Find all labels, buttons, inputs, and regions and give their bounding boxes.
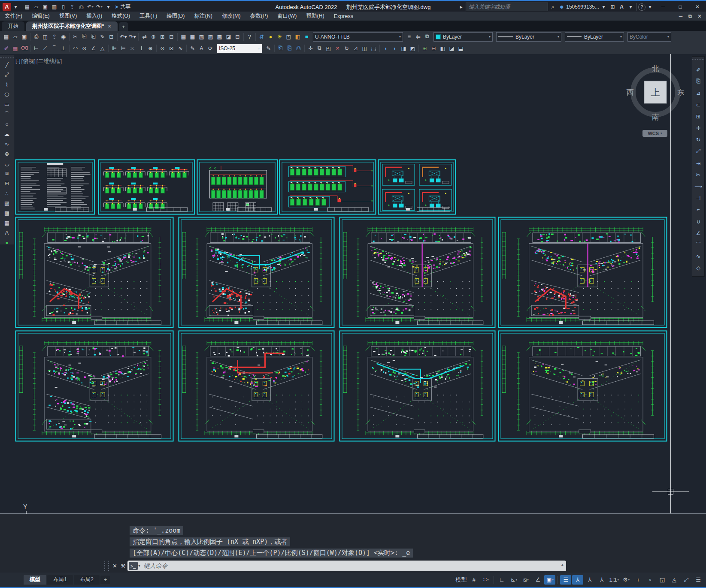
command-customize-icon[interactable]: ⚒ bbox=[121, 563, 126, 569]
open-file-icon[interactable]: ▱ bbox=[32, 3, 41, 11]
create-block-icon[interactable]: ⊞ bbox=[3, 179, 12, 188]
rectangle-icon[interactable]: ▭ bbox=[3, 100, 12, 109]
dim-inspect-icon[interactable]: ⊠ bbox=[167, 44, 176, 53]
color-dropdown[interactable]: ByLayer ▾ bbox=[433, 32, 493, 42]
dimstyle-dropdown[interactable]: ISO-25 ⌄ bbox=[217, 44, 262, 53]
match-properties-icon[interactable]: ✎ bbox=[98, 32, 107, 41]
dim-update-icon[interactable]: ⟳ bbox=[206, 44, 215, 53]
linetype-dropdown[interactable]: ByLayer ▾ bbox=[496, 32, 561, 42]
paste-clip-icon[interactable]: ⎗ bbox=[89, 32, 98, 41]
spline-icon[interactable]: ∿ bbox=[3, 139, 12, 148]
point-icon[interactable]: ∴ bbox=[3, 189, 12, 198]
copy-modify-icon[interactable]: ⧉ bbox=[315, 44, 324, 53]
user-caret-icon[interactable]: ▾ bbox=[599, 3, 608, 11]
copy-clip-icon[interactable]: ⎘ bbox=[80, 32, 89, 41]
offset-icon[interactable]: ⊂ bbox=[694, 100, 703, 109]
tab-close-icon[interactable]: ✕ bbox=[107, 24, 111, 29]
stretch-modify-icon[interactable]: ◰ bbox=[324, 44, 333, 53]
plot-icon[interactable]: ⎙ bbox=[77, 3, 86, 11]
zoom-realtime-icon[interactable]: ⊕ bbox=[149, 32, 158, 41]
maximize-button[interactable]: □ bbox=[672, 2, 689, 12]
end-isolate-icon[interactable]: ⬓ bbox=[456, 44, 465, 53]
pan-icon[interactable]: ⇄ bbox=[140, 32, 149, 41]
tab-layout1[interactable]: 布局1 bbox=[47, 575, 73, 585]
annotation-visibility-icon[interactable]: ⅄ bbox=[572, 575, 583, 585]
search-input[interactable]: 键入关键字或短语 bbox=[466, 3, 548, 11]
save-icon[interactable]: ▣ bbox=[41, 3, 50, 11]
dim-text-edit-icon[interactable]: A bbox=[197, 44, 206, 53]
open-file-icon[interactable]: ▱ bbox=[11, 32, 20, 41]
scale-icon[interactable]: ⤢ bbox=[694, 147, 703, 156]
tab-layout2[interactable]: 布局2 bbox=[74, 575, 100, 585]
cart-icon[interactable]: ⊞ bbox=[608, 3, 617, 11]
layer-swatch-icon[interactable]: ■ bbox=[302, 32, 311, 41]
new-file-icon[interactable]: ▤ bbox=[23, 3, 32, 11]
layer-lock-icon[interactable]: ◧ bbox=[293, 32, 302, 41]
annotation-monitor-icon[interactable]: ◬ bbox=[669, 575, 680, 585]
explode-icon[interactable]: ◨ bbox=[399, 44, 408, 53]
undo-icon[interactable]: ↶▾ bbox=[119, 32, 128, 41]
group-icon[interactable]: ⊞ bbox=[420, 44, 429, 53]
grid-display-icon[interactable]: # bbox=[468, 575, 479, 585]
toolbar-grip[interactable] bbox=[0, 57, 14, 58]
erase-icon[interactable]: ✐ bbox=[694, 65, 703, 74]
break-icon[interactable]: ⌐ bbox=[694, 205, 703, 214]
explode-icon[interactable]: ◇ bbox=[694, 263, 703, 272]
command-input[interactable]: >_ ▾ 键入命令 ▴ bbox=[127, 561, 566, 571]
designcenter-icon[interactable]: ▧ bbox=[197, 32, 206, 41]
menu-item-10[interactable]: 参数(P) bbox=[245, 12, 273, 21]
move-icon[interactable]: ✛ bbox=[694, 124, 703, 133]
center-mark-icon[interactable]: ⊙ bbox=[158, 44, 167, 53]
dim-ordinate-icon[interactable]: ⊥ bbox=[59, 44, 68, 53]
dim-baseline-icon[interactable]: ⊫ bbox=[110, 44, 119, 53]
polar-tracking-icon[interactable]: ⊾▾ bbox=[508, 575, 519, 585]
plotstyle-dropdown[interactable]: ByColor ▾ bbox=[627, 32, 671, 42]
snap-mode-icon[interactable]: ∷▾ bbox=[480, 575, 491, 585]
chamfer-icon[interactable]: ∠ bbox=[694, 229, 703, 238]
layer-off-icon[interactable]: ⎙ bbox=[294, 44, 303, 53]
trim-icon[interactable]: ✂ bbox=[694, 170, 703, 179]
menu-item-9[interactable]: 修改(M) bbox=[217, 12, 245, 21]
viewcube-west[interactable]: 西 bbox=[627, 88, 634, 96]
sheet-set-manager-icon[interactable]: ▩ bbox=[215, 32, 224, 41]
lineweight-dropdown[interactable]: ByLayer ▾ bbox=[565, 32, 624, 42]
share-button[interactable]: ➤ 共享 bbox=[115, 3, 130, 10]
layer-frames-icon[interactable]: ◳ bbox=[284, 32, 293, 41]
layer-walk-icon[interactable]: ⎗ bbox=[276, 44, 285, 53]
command-close-icon[interactable]: ✕ bbox=[112, 563, 117, 569]
new-tab-button[interactable]: + bbox=[119, 22, 128, 31]
properties-icon[interactable]: ▤ bbox=[179, 32, 188, 41]
status-menu-icon[interactable]: ☰ bbox=[693, 575, 704, 585]
hide-objects-icon[interactable]: ◪ bbox=[447, 44, 456, 53]
user-id[interactable]: 1505999135... bbox=[566, 4, 599, 10]
publish-icon[interactable]: ⇪ bbox=[50, 32, 59, 41]
command-history-toggle-icon[interactable]: ▴ bbox=[561, 562, 564, 567]
dim-jogged-icon[interactable]: △ bbox=[98, 44, 107, 53]
lineweight-display-icon[interactable]: ☰ bbox=[560, 575, 571, 585]
mirror-modify-icon[interactable]: ⊿ bbox=[351, 44, 360, 53]
dim-linear-icon[interactable]: ⊢ bbox=[32, 44, 41, 53]
annotation-scale-icon-icon[interactable]: ⅄ bbox=[596, 575, 607, 585]
tab-start[interactable]: 开始 bbox=[2, 21, 24, 31]
polygon-icon[interactable]: ⎔ bbox=[3, 90, 12, 99]
layer-previous-icon[interactable]: ⇇ bbox=[414, 32, 423, 41]
blend-curves-icon[interactable]: ∿ bbox=[694, 252, 703, 261]
dim-style-manager-icon[interactable]: ✎ bbox=[264, 44, 273, 53]
view-cube[interactable]: 北 西 东 南 上 bbox=[624, 61, 687, 139]
dim-diameter-icon[interactable]: ⊘ bbox=[80, 44, 89, 53]
menu-item-12[interactable]: 帮助(H) bbox=[301, 12, 329, 21]
search-icon[interactable]: ⌕ bbox=[548, 3, 557, 11]
menu-item-6[interactable]: 工具(T) bbox=[135, 12, 162, 21]
stretch-icon[interactable]: ⇥ bbox=[694, 159, 703, 168]
tool-palettes-icon[interactable]: ▨ bbox=[206, 32, 215, 41]
cut-clip-icon[interactable]: ✂ bbox=[71, 32, 80, 41]
erase-modify-icon[interactable]: ✕ bbox=[333, 44, 342, 53]
new-layout-button[interactable]: + bbox=[100, 576, 110, 584]
layer-make-current-icon[interactable]: ≡ bbox=[405, 32, 414, 41]
layer-sun-icon[interactable]: ☀ bbox=[275, 32, 284, 41]
ortho-mode-icon[interactable]: ∟ bbox=[496, 575, 507, 585]
array-icon[interactable]: ⊞ bbox=[694, 112, 703, 121]
clean-screen-icon[interactable]: ⤢ bbox=[681, 575, 692, 585]
dim-radius-icon[interactable]: ◠ bbox=[71, 44, 80, 53]
viewport-control-2[interactable]: [俯视] bbox=[21, 57, 36, 65]
